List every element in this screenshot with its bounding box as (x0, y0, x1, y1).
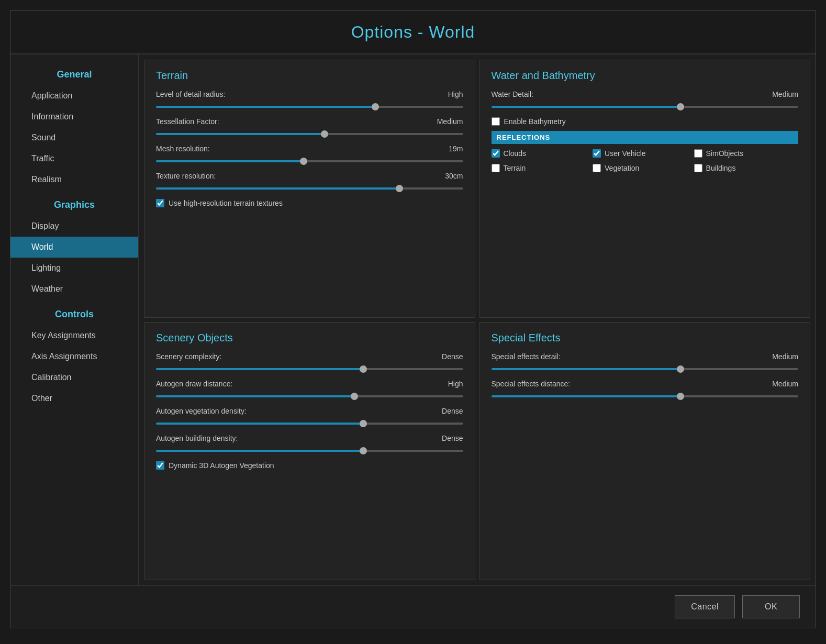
dynamic-label[interactable]: Dynamic 3D Autogen Vegetation (169, 461, 274, 470)
special-distance-label: Special effects distance: (492, 380, 586, 388)
terrain-panel: Terrain Level of detail radius: High Tes… (144, 60, 475, 318)
refl-terrain-checkbox[interactable] (492, 164, 500, 172)
tessellation-label: Tessellation Factor: (156, 117, 250, 126)
vegetation-row: Autogen vegetation density: Dense (156, 407, 463, 427)
sidebar-item-calibration[interactable]: Calibration (10, 367, 138, 388)
hires-label[interactable]: Use high-resolution terrain textures (169, 199, 283, 207)
vegetation-label: Autogen vegetation density: (156, 407, 250, 415)
dynamic-checkbox[interactable] (156, 461, 164, 470)
reflection-user-vehicle: User Vehicle (593, 149, 694, 158)
special-detail-value: Medium (767, 352, 798, 361)
sidebar-controls-header: Controls (10, 299, 138, 325)
sidebar-item-weather[interactable]: Weather (10, 279, 138, 299)
reflections-grid: Clouds User Vehicle SimObjects Terrain (492, 149, 799, 176)
special-distance-slider[interactable] (492, 395, 799, 397)
autogen-draw-label: Autogen draw distance: (156, 380, 250, 388)
tessellation-value: Medium (432, 117, 463, 126)
reflections-header: REFLECTIONS (492, 131, 799, 144)
dialog-title: Options - World (10, 11, 816, 54)
cancel-button[interactable]: Cancel (675, 595, 735, 618)
special-panel: Special Effects Special effects detail: … (479, 322, 811, 580)
mesh-label: Mesh resolution: (156, 145, 250, 153)
reflection-terrain: Terrain (492, 164, 593, 172)
scenery-title: Scenery Objects (156, 332, 463, 344)
reflection-clouds: Clouds (492, 149, 593, 158)
mesh-slider[interactable] (156, 160, 463, 162)
special-detail-slider[interactable] (492, 368, 799, 370)
texture-label: Texture resolution: (156, 172, 250, 180)
water-title: Water and Bathymetry (492, 70, 799, 82)
special-title: Special Effects (492, 332, 799, 344)
mesh-value: 19m (432, 145, 463, 153)
special-distance-value: Medium (767, 380, 798, 388)
vegetation-slider[interactable] (156, 423, 463, 425)
mesh-row: Mesh resolution: 19m (156, 145, 463, 164)
refl-sim-checkbox[interactable] (694, 149, 702, 158)
sidebar-item-key-assignments[interactable]: Key Assignments (10, 325, 138, 346)
refl-veg-checkbox[interactable] (593, 164, 601, 172)
refl-clouds-label[interactable]: Clouds (504, 149, 527, 158)
hires-checkbox[interactable] (156, 199, 164, 207)
bathymetry-label[interactable]: Enable Bathymetry (504, 117, 566, 126)
autogen-draw-value: High (432, 380, 463, 388)
dynamic-row: Dynamic 3D Autogen Vegetation (156, 461, 463, 470)
sidebar: General Application Information Sound Tr… (10, 54, 139, 585)
refl-uv-checkbox[interactable] (593, 149, 601, 158)
sidebar-item-realism[interactable]: Realism (10, 169, 138, 190)
sidebar-item-other[interactable]: Other (10, 388, 138, 409)
complexity-label: Scenery complexity: (156, 352, 250, 361)
tessellation-row: Tessellation Factor: Medium (156, 117, 463, 137)
hires-row: Use high-resolution terrain textures (156, 199, 463, 207)
special-detail-row: Special effects detail: Medium (492, 352, 799, 372)
reflection-simobjects: SimObjects (694, 149, 796, 158)
refl-sim-label[interactable]: SimObjects (706, 149, 744, 158)
refl-uv-label[interactable]: User Vehicle (605, 149, 646, 158)
scenery-panel: Scenery Objects Scenery complexity: Dens… (144, 322, 475, 580)
main-content: Terrain Level of detail radius: High Tes… (139, 54, 816, 585)
terrain-title: Terrain (156, 70, 463, 82)
sidebar-item-information[interactable]: Information (10, 106, 138, 127)
texture-slider[interactable] (156, 187, 463, 190)
water-detail-value: Medium (767, 90, 798, 98)
autogen-draw-slider[interactable] (156, 395, 463, 397)
autogen-draw-row: Autogen draw distance: High (156, 380, 463, 399)
complexity-row: Scenery complexity: Dense (156, 352, 463, 372)
refl-bld-label[interactable]: Buildings (706, 164, 736, 172)
lod-value: High (432, 90, 463, 98)
sidebar-graphics-header: Graphics (10, 190, 138, 216)
bathymetry-row: Enable Bathymetry (492, 117, 799, 126)
sidebar-item-axis-assignments[interactable]: Axis Assignments (10, 346, 138, 367)
building-value: Dense (432, 434, 463, 442)
dialog-footer: Cancel OK (10, 585, 816, 628)
refl-terrain-label[interactable]: Terrain (504, 164, 526, 172)
complexity-value: Dense (432, 352, 463, 361)
refl-bld-checkbox[interactable] (694, 164, 702, 172)
sidebar-item-application[interactable]: Application (10, 85, 138, 106)
bathymetry-checkbox[interactable] (492, 117, 500, 126)
tessellation-slider[interactable] (156, 133, 463, 135)
sidebar-general-header: General (10, 60, 138, 85)
sidebar-item-traffic[interactable]: Traffic (10, 148, 138, 169)
reflection-buildings: Buildings (694, 164, 796, 172)
water-detail-row: Water Detail: Medium (492, 90, 799, 110)
sidebar-item-lighting[interactable]: Lighting (10, 258, 138, 279)
sidebar-item-sound[interactable]: Sound (10, 127, 138, 148)
sidebar-item-display[interactable]: Display (10, 216, 138, 237)
refl-clouds-checkbox[interactable] (492, 149, 500, 158)
refl-veg-label[interactable]: Vegetation (605, 164, 639, 172)
vegetation-value: Dense (432, 407, 463, 415)
reflection-vegetation: Vegetation (593, 164, 694, 172)
texture-value: 30cm (432, 172, 463, 180)
building-slider[interactable] (156, 450, 463, 452)
special-distance-row: Special effects distance: Medium (492, 380, 799, 399)
sidebar-item-world[interactable]: World (10, 237, 138, 258)
lod-label: Level of detail radius: (156, 90, 250, 98)
lod-row: Level of detail radius: High (156, 90, 463, 110)
building-row: Autogen building density: Dense (156, 434, 463, 454)
building-label: Autogen building density: (156, 434, 250, 442)
lod-slider[interactable] (156, 106, 463, 108)
ok-button[interactable]: OK (742, 595, 800, 618)
water-detail-slider[interactable] (492, 106, 799, 108)
complexity-slider[interactable] (156, 368, 463, 370)
texture-row: Texture resolution: 30cm (156, 172, 463, 192)
